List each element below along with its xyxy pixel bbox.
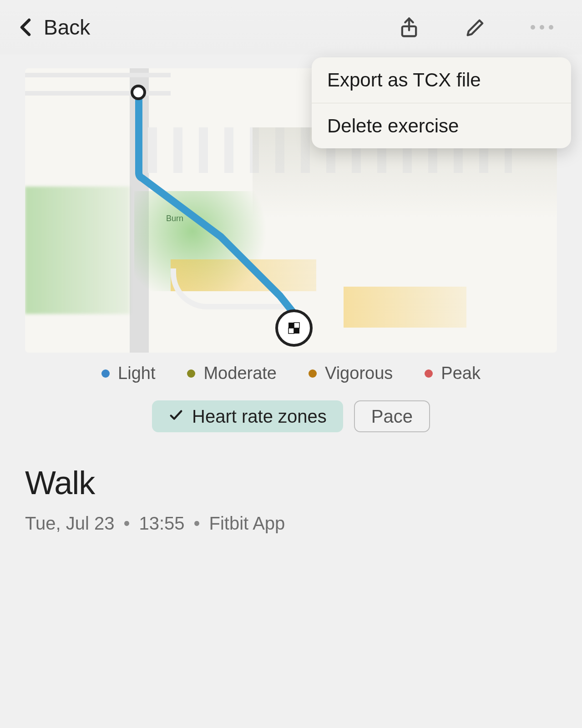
legend-item-moderate: Moderate [187, 364, 277, 383]
activity-source: Fitbit App [209, 513, 285, 534]
more-menu: Export as TCX file Delete exercise [312, 57, 571, 148]
header-bar: Back [0, 0, 582, 55]
svg-rect-3 [294, 323, 299, 328]
back-button[interactable]: Back [14, 15, 90, 40]
menu-item-export-tcx[interactable]: Export as TCX file [312, 57, 571, 103]
legend-dot [309, 369, 317, 378]
check-icon [168, 406, 184, 427]
legend-label: Moderate [203, 364, 277, 383]
back-label: Back [44, 15, 90, 40]
edit-icon[interactable] [463, 15, 488, 40]
chip-pace[interactable]: Pace [354, 400, 430, 432]
legend-label: Light [118, 364, 155, 383]
svg-rect-1 [288, 323, 294, 328]
chevron-left-icon [14, 15, 39, 40]
svg-rect-4 [288, 328, 294, 334]
legend-dot [425, 369, 433, 378]
menu-item-label: Export as TCX file [327, 69, 481, 91]
route-start-marker [131, 85, 146, 100]
legend-dot [187, 369, 195, 378]
legend-item-peak: Peak [425, 364, 481, 383]
chip-label: Heart rate zones [192, 406, 327, 427]
activity-date: Tue, Jul 23 [25, 513, 114, 534]
share-icon[interactable] [396, 15, 422, 40]
heart-rate-legend: Light Moderate Vigorous Peak [25, 364, 557, 383]
route-end-marker [275, 309, 313, 347]
chip-heart-rate-zones[interactable]: Heart rate zones [152, 400, 343, 432]
legend-label: Peak [441, 364, 481, 383]
flag-icon [286, 320, 302, 336]
legend-label: Vigorous [325, 364, 393, 383]
separator-dot: • [194, 513, 200, 534]
chip-label: Pace [371, 406, 413, 427]
map-overlay-toggles: Heart rate zones Pace [0, 400, 582, 432]
activity-subtitle: Tue, Jul 23 • 13:55 • Fitbit App [25, 513, 557, 534]
more-icon[interactable] [529, 15, 555, 40]
menu-item-delete-exercise[interactable]: Delete exercise [312, 103, 571, 148]
legend-item-light: Light [101, 364, 155, 383]
separator-dot: • [123, 513, 130, 534]
activity-header: Walk Tue, Jul 23 • 13:55 • Fitbit App [25, 464, 557, 534]
svg-rect-2 [294, 328, 299, 334]
activity-title: Walk [25, 464, 557, 501]
activity-time: 13:55 [139, 513, 184, 534]
header-actions [396, 15, 568, 40]
menu-item-label: Delete exercise [327, 115, 459, 137]
legend-item-vigorous: Vigorous [309, 364, 393, 383]
legend-dot [101, 369, 110, 378]
